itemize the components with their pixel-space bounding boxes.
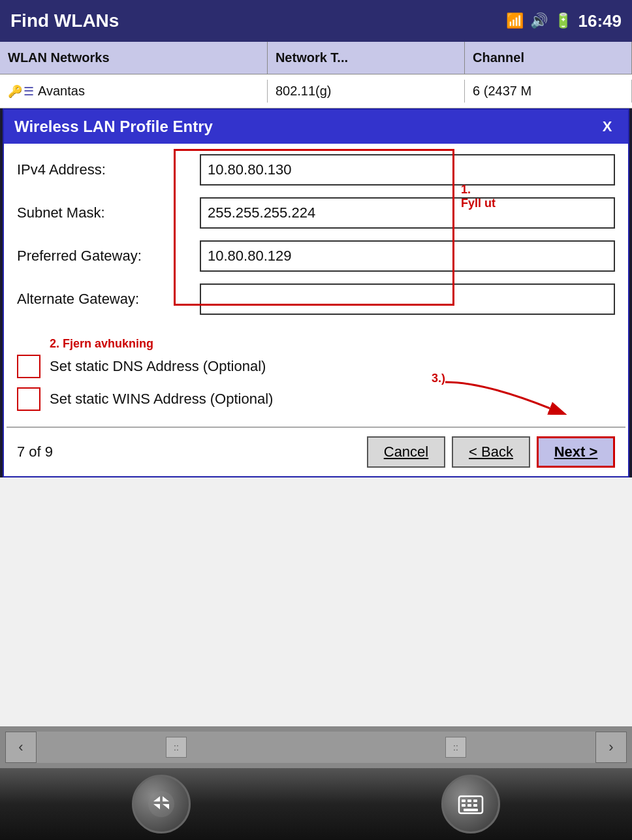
- scrollbar: ‹ :: :: ›: [0, 726, 632, 768]
- navigation-bar: 7 of 9 Cancel < Back Next >: [4, 428, 628, 476]
- gateway-row: Preferred Gateway:: [17, 240, 615, 272]
- battery-icon: 🔋: [554, 12, 572, 29]
- spacer: [0, 477, 632, 726]
- gateway-input[interactable]: [200, 240, 615, 272]
- keyboard-button[interactable]: [441, 775, 500, 833]
- alt-gateway-input[interactable]: [200, 283, 615, 315]
- channel-cell: 6 (2437 M: [465, 80, 632, 103]
- col-header-network: WLAN Networks: [0, 42, 268, 74]
- ipv4-label: IPv4 Address:: [17, 161, 200, 178]
- keyboard-icon: [455, 788, 486, 820]
- clock: 16:49: [578, 11, 622, 31]
- checkbox-section: 2. Fjern avhukning Set static DNS Addres…: [4, 337, 628, 427]
- scroll-grip-center: ::: [445, 737, 466, 758]
- subnet-input[interactable]: [200, 197, 615, 229]
- dialog-close-button[interactable]: X: [597, 116, 618, 137]
- status-icons: 📶 🔊 🔋 16:49: [506, 11, 622, 31]
- nav-buttons: Cancel < Back Next >: [367, 436, 615, 468]
- taskbar: [0, 768, 632, 840]
- annotation-2: 2. Fjern avhukning: [17, 337, 615, 351]
- list-icon: ☰: [24, 84, 34, 99]
- alt-gateway-label: Alternate Gateway:: [17, 291, 200, 308]
- network-name: Avantas: [38, 84, 85, 99]
- network-type-cell: 802.11(g): [268, 80, 465, 103]
- wins-row-container: 3.) Set static WINS Address (Optional): [17, 387, 615, 411]
- status-bar: Find WLANs 📶 🔊 🔋 16:49: [0, 0, 632, 42]
- start-button[interactable]: [132, 775, 191, 833]
- gateway-label: Preferred Gateway:: [17, 248, 200, 265]
- ipv4-input[interactable]: [200, 154, 615, 186]
- annotation-arrow: [432, 376, 589, 415]
- scroll-track-center[interactable]: ::: [316, 732, 595, 763]
- svg-rect-6: [462, 804, 466, 807]
- dns-checkbox-row: Set static DNS Address (Optional): [17, 355, 615, 378]
- svg-point-1: [148, 791, 174, 817]
- scroll-grip-left: ::: [166, 737, 187, 758]
- dialog: Wireless LAN Profile Entry X 1. Fyll ut …: [3, 108, 629, 477]
- app-title: Find WLANs: [10, 10, 119, 31]
- svg-rect-4: [467, 800, 471, 802]
- cancel-button[interactable]: Cancel: [367, 436, 445, 468]
- key-icon: 🔑: [8, 84, 22, 99]
- scroll-right-button[interactable]: ›: [595, 732, 627, 763]
- col-header-type: Network T...: [268, 42, 465, 74]
- volume-icon: 🔊: [530, 12, 548, 29]
- svg-rect-8: [473, 804, 477, 807]
- subnet-row: Subnet Mask:: [17, 197, 615, 229]
- dialog-title-bar: Wireless LAN Profile Entry X: [4, 110, 628, 144]
- table-row[interactable]: 🔑 ☰ Avantas 802.11(g) 6 (2437 M: [0, 74, 632, 108]
- dns-checkbox[interactable]: [17, 355, 40, 378]
- svg-rect-3: [462, 800, 466, 802]
- back-button[interactable]: < Back: [452, 436, 530, 468]
- scroll-left-button[interactable]: ‹: [5, 732, 37, 763]
- signal-icon: 📶: [506, 12, 524, 29]
- page-indicator: 7 of 9: [17, 444, 82, 460]
- wins-label: Set static WINS Address (Optional): [50, 391, 273, 408]
- alt-gateway-row: Alternate Gateway:: [17, 283, 615, 315]
- next-button[interactable]: Next >: [537, 436, 615, 468]
- annotation-1: 1. Fyll ut: [461, 183, 496, 210]
- network-security-icon: 🔑 ☰: [8, 84, 34, 99]
- network-name-cell[interactable]: 🔑 ☰ Avantas: [0, 80, 268, 103]
- subnet-label: Subnet Mask:: [17, 204, 200, 221]
- table-header: WLAN Networks Network T... Channel: [0, 42, 632, 74]
- svg-rect-5: [473, 800, 477, 802]
- svg-rect-9: [464, 809, 478, 811]
- form-body: 1. Fyll ut IPv4 Address: Subnet Mask: Pr…: [4, 144, 628, 337]
- dns-label: Set static DNS Address (Optional): [50, 358, 266, 375]
- col-header-channel: Channel: [465, 42, 632, 74]
- scroll-track-left[interactable]: ::: [37, 732, 316, 763]
- windows-icon: [146, 788, 177, 820]
- wins-checkbox[interactable]: [17, 387, 40, 411]
- ipv4-row: IPv4 Address:: [17, 154, 615, 186]
- dialog-title: Wireless LAN Profile Entry: [14, 118, 213, 136]
- svg-rect-7: [467, 804, 471, 807]
